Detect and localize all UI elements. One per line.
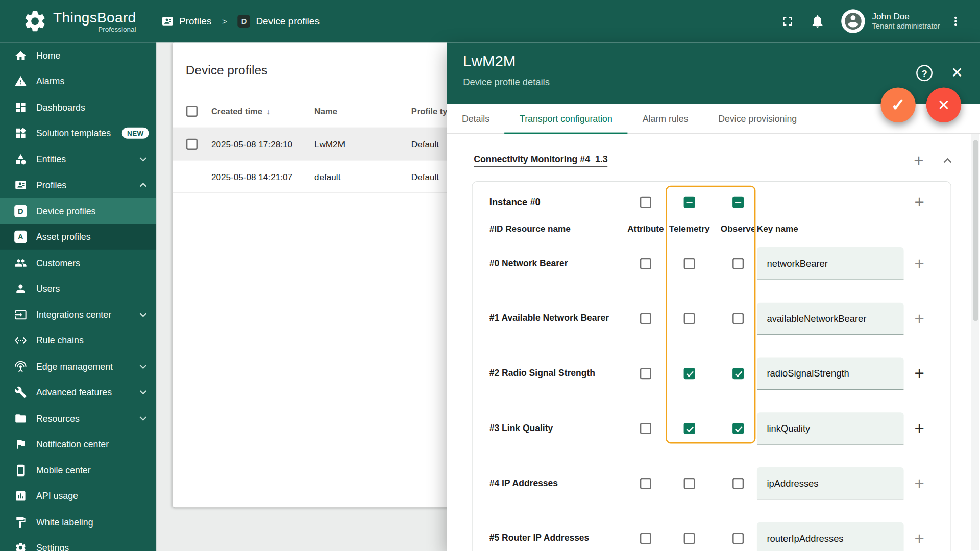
tab-alarm-rules[interactable]: Alarm rules [627,104,703,133]
observe-checkbox[interactable] [732,258,744,269]
key-name-input[interactable] [757,247,904,280]
notifications-bell-icon[interactable] [810,14,825,29]
user-avatar-icon [843,11,863,31]
sidebar-item-customers[interactable]: Customers [0,250,156,276]
phone-icon [14,464,27,476]
telemetry-checkbox[interactable] [684,313,695,324]
instance-observe-checkbox[interactable] [732,197,744,208]
instance-card: Instance #0 + #ID Resource name Attribut… [472,181,951,551]
check-icon: ✓ [891,95,905,115]
sidebar-item-users[interactable]: Users [0,276,156,302]
observe-checkbox[interactable] [732,368,744,379]
user-name: John Doe [872,11,940,22]
sidebar-item-edge-management[interactable]: Edge management [0,354,156,380]
attribute-checkbox[interactable] [640,368,651,379]
key-name-input[interactable] [757,467,904,500]
sidebar-item-notification-center[interactable]: Notification center [0,432,156,458]
observe-checkbox[interactable] [732,423,744,434]
sidebar-item-profiles[interactable]: Profiles [0,172,156,198]
widgets-icon [14,127,27,139]
sidebar-item-device-profiles[interactable]: D Device profiles [0,198,156,224]
sidebar-item-label: Notification center [36,439,109,449]
tab-transport-configuration[interactable]: Transport configuration [505,104,628,133]
resource-add-button[interactable]: + [911,529,927,548]
select-all-checkbox[interactable] [186,106,198,117]
resource-row-available-network-bearer: #1 Available Network Bearer + [473,291,951,346]
scrollbar-thumb[interactable] [973,140,978,321]
observe-checkbox[interactable] [732,313,744,324]
sidebar-item-label: Advanced features [36,387,112,397]
sidebar-item-solution-templates[interactable]: Solution templates NEW [0,120,156,146]
profiles-icon [161,15,173,27]
avatar[interactable] [841,9,865,33]
telemetry-checkbox[interactable] [684,478,695,489]
sidebar-item-mobile-center[interactable]: Mobile center [0,457,156,483]
tab-details[interactable]: Details [447,104,505,133]
telemetry-checkbox[interactable] [684,423,695,434]
attribute-checkbox[interactable] [640,423,651,434]
cell-name: LwM2M [314,128,345,161]
instance-label: Instance #0 [489,196,541,207]
sidebar-item-asset-profiles[interactable]: A Asset profiles [0,224,156,250]
sidebar-item-dashboards[interactable]: Dashboards [0,94,156,120]
attribute-checkbox[interactable] [640,533,651,544]
key-name-input[interactable] [757,412,904,445]
column-header-created-time[interactable]: Created time ↓ [211,95,271,128]
sidebar-item-entities[interactable]: Entities [0,146,156,172]
sidebar-item-white-labeling[interactable]: White labeling [0,509,156,535]
instance-add-button[interactable]: + [911,192,927,212]
breadcrumb-device-profiles[interactable]: D Device profiles [238,15,320,27]
attribute-checkbox[interactable] [640,313,651,324]
sidebar-item-rule-chains[interactable]: Rule chains [0,328,156,354]
sidebar-item-advanced-features[interactable]: Advanced features [0,380,156,406]
resource-add-button[interactable]: + [911,419,927,439]
object-section-header: Connectivity Monitoring #4_1.3 + [474,153,955,169]
attribute-checkbox[interactable] [640,258,651,269]
help-button[interactable]: ? [916,65,933,81]
row-checkbox[interactable] [186,139,198,150]
sidebar-item-home[interactable]: Home [0,42,156,68]
column-header-name[interactable]: Name [314,95,337,128]
resource-add-button[interactable]: + [911,254,927,273]
sidebar-item-settings[interactable]: Settings [0,535,156,551]
sidebar-item-label: Entities [36,154,66,164]
drawer-subtitle: Device profile details [463,76,549,87]
telemetry-checkbox[interactable] [684,533,695,544]
sidebar: Home Alarms Dashboards Solution template… [0,42,156,551]
telemetry-checkbox[interactable] [684,258,695,269]
observe-checkbox[interactable] [732,478,744,489]
cancel-changes-fab[interactable]: ✕ [926,87,962,122]
resource-add-button[interactable]: + [911,364,927,384]
resource-add-button[interactable]: + [911,474,927,493]
tab-device-provisioning[interactable]: Device provisioning [703,104,812,133]
collapse-section-icon[interactable] [939,153,955,169]
telemetry-checkbox[interactable] [684,368,695,379]
sidebar-item-resources[interactable]: Resources [0,406,156,432]
apply-changes-fab[interactable]: ✓ [880,87,916,122]
thingsboard-logo[interactable]: ThingsBoard Professional [22,9,136,34]
drawer-scrollbar[interactable] [971,134,979,550]
chevron-down-icon [136,308,150,321]
fullscreen-icon[interactable] [780,14,795,29]
key-name-input[interactable] [757,357,904,390]
attribute-checkbox[interactable] [640,478,651,489]
chevron-down-icon [136,360,150,373]
breadcrumb-profiles[interactable]: Profiles [161,15,211,27]
resource-label: #0 Network Bearer [489,258,568,268]
instance-telemetry-checkbox[interactable] [684,197,695,208]
cell-created-time: 2025-05-08 17:28:10 [211,128,292,161]
sidebar-item-label: Profiles [36,180,66,190]
add-instance-button[interactable]: + [911,153,927,169]
sidebar-item-label: Customers [36,258,80,268]
sidebar-item-integrations-center[interactable]: Integrations center [0,302,156,328]
observe-checkbox[interactable] [732,533,744,544]
sidebar-item-alarms[interactable]: Alarms [0,68,156,94]
key-name-input[interactable] [757,522,904,551]
close-icon[interactable]: ✕ [951,63,963,82]
resource-add-button[interactable]: + [911,309,927,329]
more-menu-icon[interactable] [949,14,963,28]
key-name-input[interactable] [757,303,904,335]
integrations-icon [14,309,27,321]
instance-attribute-checkbox[interactable] [640,197,651,208]
sidebar-item-api-usage[interactable]: API usage [0,483,156,509]
